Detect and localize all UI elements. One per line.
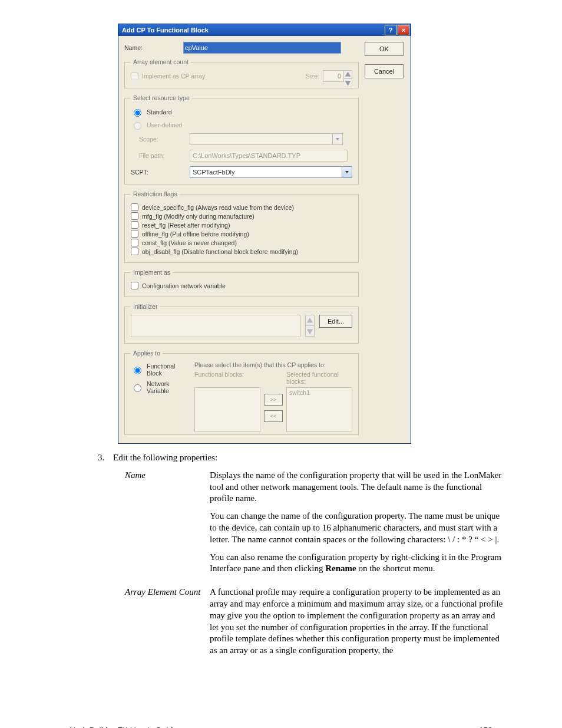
obj-disabl-flg-label: obj_disabl_flg (Disable functional block… bbox=[142, 248, 298, 255]
prop-aec-title: Array Element Count bbox=[125, 587, 210, 663]
mfg-flg-check[interactable] bbox=[131, 212, 138, 220]
user-defined-radio[interactable] bbox=[134, 122, 141, 130]
spin-up-icon[interactable] bbox=[344, 70, 352, 79]
config-nv-label: Configuration network variable bbox=[142, 282, 226, 289]
obj-disabl-flg-check[interactable] bbox=[131, 248, 138, 255]
array-count-legend: Array element count bbox=[131, 58, 191, 65]
restriction-flags-group: Restriction flags device_specific_flg (A… bbox=[124, 190, 359, 263]
applies-to-legend: Applies to bbox=[131, 350, 163, 357]
svg-marker-5 bbox=[307, 329, 313, 334]
name-input[interactable] bbox=[183, 42, 341, 54]
reset-flg-check[interactable] bbox=[131, 221, 138, 229]
resource-type-legend: Select resource type bbox=[131, 94, 192, 101]
prop-name-p2: You can change the name of the configura… bbox=[210, 510, 503, 545]
available-fb-list[interactable] bbox=[194, 387, 260, 432]
scroll-up-icon[interactable] bbox=[305, 315, 315, 326]
prop-name-title: Name bbox=[125, 470, 210, 581]
chevron-down-icon[interactable] bbox=[342, 166, 352, 178]
selected-fb-list-label: Selected functional blocks: bbox=[286, 371, 352, 385]
initializer-legend: Initializer bbox=[131, 303, 160, 310]
close-icon[interactable]: × bbox=[398, 25, 409, 35]
applies-instruction: Please select the item(s) that this CP a… bbox=[194, 361, 352, 368]
step-text: Edit the following properties: bbox=[113, 452, 217, 464]
impl-cp-array-check[interactable] bbox=[131, 73, 138, 80]
footer-right: 153 bbox=[479, 726, 492, 728]
mfg-flg-label: mfg_flg (Modify only during manufacture) bbox=[142, 213, 254, 220]
scpt-dropdown[interactable]: SCPTactFbDly bbox=[190, 166, 352, 178]
edit-initializer-button[interactable]: Edit... bbox=[319, 315, 352, 328]
scpt-value: SCPTactFbDly bbox=[190, 166, 342, 178]
spin-down-icon[interactable] bbox=[344, 79, 352, 87]
reset-flg-label: reset_flg (Reset after modifying) bbox=[142, 222, 230, 229]
device-specific-label: device_specific_flg (Always read value f… bbox=[142, 204, 294, 211]
add-cp-dialog: Add CP To Functional Block ? × Name: // … bbox=[118, 24, 411, 444]
const-flg-label: const_flg (Value is never changed) bbox=[142, 239, 237, 246]
fb-list-label: Functional blocks: bbox=[194, 371, 260, 378]
impl-cp-array-label: Implement as CP array bbox=[142, 73, 205, 80]
move-left-button[interactable]: << bbox=[264, 410, 283, 422]
offline-flg-label: offline_flg (Put offline before modifyin… bbox=[142, 230, 249, 238]
user-defined-label: User-defined bbox=[147, 121, 182, 129]
footer-left: NodeBuilder FX User's Guide bbox=[70, 726, 177, 728]
array-count-group: Array element count Implement as CP arra… bbox=[124, 58, 359, 88]
implement-as-group: Implement as Configuration network varia… bbox=[124, 269, 359, 297]
restriction-flags-legend: Restriction flags bbox=[131, 190, 180, 197]
selected-fb-list[interactable]: switch1 bbox=[286, 387, 352, 432]
implement-as-legend: Implement as bbox=[131, 269, 173, 276]
scpt-label: SCPT: bbox=[131, 169, 190, 176]
svg-marker-3 bbox=[345, 171, 349, 173]
applies-fb-radio[interactable] bbox=[134, 367, 141, 374]
size-label: Size: bbox=[306, 73, 319, 80]
filepath-value: C:\LonWorks\Types\STANDARD.TYP bbox=[190, 150, 348, 162]
dialog-title: Add CP To Functional Block bbox=[122, 27, 209, 34]
applies-nv-label: Network Variable bbox=[147, 380, 190, 394]
dialog-titlebar: Add CP To Functional Block ? × bbox=[118, 24, 411, 36]
config-nv-check[interactable] bbox=[131, 282, 138, 289]
scope-dropdown[interactable] bbox=[190, 133, 343, 145]
device-specific-check[interactable] bbox=[131, 203, 138, 211]
applies-to-group: Applies to Functional Block Network Vari… bbox=[124, 350, 359, 435]
rename-keyword: Rename bbox=[325, 564, 356, 573]
ok-button[interactable]: OK bbox=[365, 42, 404, 56]
cancel-button[interactable]: Cancel bbox=[365, 64, 404, 78]
scope-value bbox=[190, 133, 333, 145]
scope-label: Scope: bbox=[139, 136, 190, 143]
initializer-text bbox=[131, 315, 300, 337]
chevron-down-icon bbox=[333, 133, 343, 145]
document-body: 3. Edit the following properties: Name D… bbox=[71, 452, 503, 663]
resource-type-group: Select resource type Standard User-defin… bbox=[124, 94, 359, 185]
step-number: 3. bbox=[98, 452, 113, 464]
prop-name-p1: Displays the name of the configuration p… bbox=[210, 470, 503, 505]
size-spinner[interactable]: 0 bbox=[323, 70, 352, 82]
scroll-down-icon[interactable] bbox=[305, 326, 315, 337]
const-flg-check[interactable] bbox=[131, 239, 138, 246]
svg-marker-2 bbox=[336, 138, 339, 140]
svg-marker-0 bbox=[345, 72, 351, 77]
name-label: Name: bbox=[124, 44, 183, 51]
help-icon[interactable]: ? bbox=[385, 25, 396, 35]
filepath-label: File path: bbox=[139, 152, 190, 159]
applies-fb-label: Functional Block bbox=[147, 363, 190, 377]
svg-marker-1 bbox=[345, 81, 351, 85]
initializer-group: Initializer Edit... bbox=[124, 303, 359, 344]
prop-aec-p1: A functional profile may require a confi… bbox=[210, 587, 503, 657]
standard-label: Standard bbox=[147, 108, 172, 116]
move-right-button[interactable]: >> bbox=[264, 394, 283, 406]
offline-flg-check[interactable] bbox=[131, 230, 138, 238]
size-value: 0 bbox=[323, 70, 344, 82]
applies-nv-radio[interactable] bbox=[134, 384, 141, 392]
list-item[interactable]: switch1 bbox=[289, 389, 349, 396]
standard-radio[interactable] bbox=[134, 109, 141, 117]
prop-name-p3: You can also rename the configuration pr… bbox=[210, 552, 503, 575]
svg-marker-4 bbox=[307, 317, 313, 322]
